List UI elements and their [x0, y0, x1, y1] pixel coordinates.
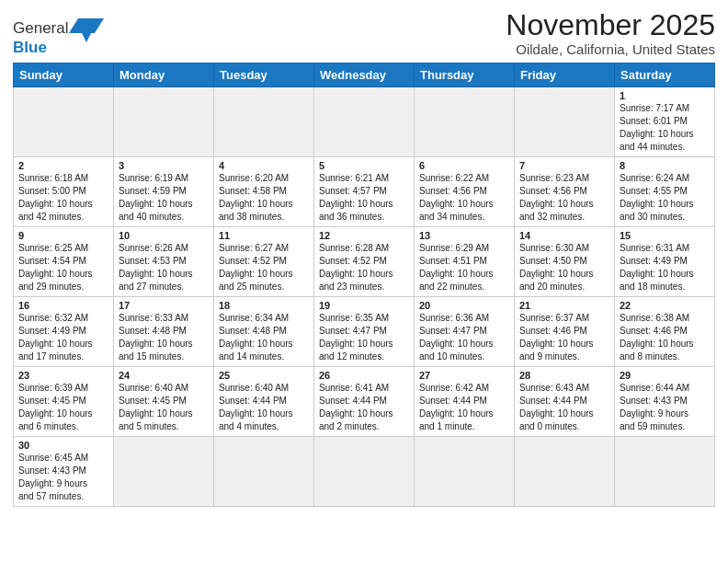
logo-icon [69, 15, 104, 42]
day-number: 16 [18, 300, 108, 311]
calendar-cell: 22Sunrise: 6:38 AM Sunset: 4:46 PM Dayli… [615, 297, 715, 367]
calendar-cell: 29Sunrise: 6:44 AM Sunset: 4:43 PM Dayli… [615, 367, 715, 437]
day-number: 14 [519, 230, 609, 241]
calendar-cell: 21Sunrise: 6:37 AM Sunset: 4:46 PM Dayli… [515, 297, 615, 367]
title-block: November 2025 Oildale, California, Unite… [506, 9, 715, 57]
calendar-cell: 10Sunrise: 6:26 AM Sunset: 4:53 PM Dayli… [114, 227, 214, 297]
calendar-cell: 7Sunrise: 6:23 AM Sunset: 4:56 PM Daylig… [515, 157, 615, 227]
day-number: 19 [319, 300, 409, 311]
day-info: Sunrise: 6:42 AM Sunset: 4:44 PM Dayligh… [419, 382, 509, 433]
calendar-cell [114, 437, 214, 507]
calendar-cell: 12Sunrise: 6:28 AM Sunset: 4:52 PM Dayli… [314, 227, 415, 297]
day-info: Sunrise: 6:34 AM Sunset: 4:48 PM Dayligh… [219, 312, 309, 363]
day-number: 15 [620, 230, 710, 241]
calendar-week-3: 16Sunrise: 6:32 AM Sunset: 4:49 PM Dayli… [14, 297, 715, 367]
day-number: 6 [419, 160, 509, 171]
header-saturday: Saturday [615, 63, 715, 87]
calendar-cell: 3Sunrise: 6:19 AM Sunset: 4:59 PM Daylig… [114, 157, 214, 227]
day-info: Sunrise: 6:33 AM Sunset: 4:48 PM Dayligh… [119, 312, 209, 363]
calendar-week-1: 2Sunrise: 6:18 AM Sunset: 5:00 PM Daylig… [14, 157, 715, 227]
calendar-week-5: 30Sunrise: 6:45 AM Sunset: 4:43 PM Dayli… [14, 437, 715, 507]
day-number: 12 [319, 230, 409, 241]
day-info: Sunrise: 6:24 AM Sunset: 4:55 PM Dayligh… [620, 172, 710, 224]
calendar-cell [214, 437, 314, 507]
calendar-cell: 11Sunrise: 6:27 AM Sunset: 4:52 PM Dayli… [214, 227, 314, 297]
day-number: 21 [519, 300, 609, 311]
day-info: Sunrise: 6:38 AM Sunset: 4:46 PM Dayligh… [620, 312, 710, 363]
logo: General Blue [13, 15, 104, 57]
calendar-subtitle: Oildale, California, United States [506, 41, 715, 57]
day-number: 1 [620, 90, 710, 101]
day-number: 9 [18, 230, 108, 241]
calendar-cell: 8Sunrise: 6:24 AM Sunset: 4:55 PM Daylig… [615, 157, 715, 227]
day-info: Sunrise: 6:19 AM Sunset: 4:59 PM Dayligh… [119, 172, 209, 224]
calendar-cell [615, 437, 715, 507]
logo-blue-text: Blue [13, 39, 47, 57]
calendar-cell: 15Sunrise: 6:31 AM Sunset: 4:49 PM Dayli… [615, 227, 715, 297]
calendar-cell [415, 437, 515, 507]
calendar-week-2: 9Sunrise: 6:25 AM Sunset: 4:54 PM Daylig… [14, 227, 715, 297]
calendar-cell: 4Sunrise: 6:20 AM Sunset: 4:58 PM Daylig… [214, 157, 314, 227]
day-number: 20 [419, 300, 509, 311]
day-number: 26 [319, 370, 409, 381]
calendar-table: Sunday Monday Tuesday Wednesday Thursday… [13, 63, 715, 507]
day-info: Sunrise: 6:35 AM Sunset: 4:47 PM Dayligh… [319, 312, 409, 363]
calendar-cell: 1Sunrise: 7:17 AM Sunset: 6:01 PM Daylig… [615, 87, 715, 157]
day-info: Sunrise: 6:29 AM Sunset: 4:51 PM Dayligh… [419, 242, 509, 293]
day-info: Sunrise: 6:40 AM Sunset: 4:45 PM Dayligh… [119, 382, 209, 433]
header-friday: Friday [515, 63, 615, 87]
day-info: Sunrise: 7:17 AM Sunset: 6:01 PM Dayligh… [620, 102, 710, 154]
calendar-cell: 9Sunrise: 6:25 AM Sunset: 4:54 PM Daylig… [14, 227, 114, 297]
day-number: 13 [419, 230, 509, 241]
day-info: Sunrise: 6:22 AM Sunset: 4:56 PM Dayligh… [419, 172, 509, 224]
calendar-cell: 24Sunrise: 6:40 AM Sunset: 4:45 PM Dayli… [114, 367, 214, 437]
header-monday: Monday [114, 63, 214, 87]
day-info: Sunrise: 6:31 AM Sunset: 4:49 PM Dayligh… [620, 242, 710, 293]
day-number: 5 [319, 160, 409, 171]
day-info: Sunrise: 6:21 AM Sunset: 4:57 PM Dayligh… [319, 172, 409, 224]
day-number: 29 [620, 370, 710, 381]
header-thursday: Thursday [415, 63, 515, 87]
header-wednesday: Wednesday [314, 63, 415, 87]
day-info: Sunrise: 6:37 AM Sunset: 4:46 PM Dayligh… [519, 312, 609, 363]
day-info: Sunrise: 6:32 AM Sunset: 4:49 PM Dayligh… [18, 312, 108, 363]
day-number: 23 [18, 370, 108, 381]
calendar-cell: 19Sunrise: 6:35 AM Sunset: 4:47 PM Dayli… [314, 297, 415, 367]
header-tuesday: Tuesday [214, 63, 314, 87]
calendar-cell [14, 87, 114, 157]
day-number: 8 [620, 160, 710, 171]
day-info: Sunrise: 6:36 AM Sunset: 4:47 PM Dayligh… [419, 312, 509, 363]
day-number: 30 [18, 440, 108, 451]
day-info: Sunrise: 6:23 AM Sunset: 4:56 PM Dayligh… [519, 172, 609, 224]
header: General Blue November 2025 Oildale, Cali… [13, 9, 715, 57]
day-info: Sunrise: 6:20 AM Sunset: 4:58 PM Dayligh… [219, 172, 309, 224]
calendar-title: November 2025 [506, 9, 715, 41]
day-number: 24 [119, 370, 209, 381]
page: General Blue November 2025 Oildale, Cali… [0, 0, 728, 563]
calendar-cell: 23Sunrise: 6:39 AM Sunset: 4:45 PM Dayli… [14, 367, 114, 437]
day-info: Sunrise: 6:39 AM Sunset: 4:45 PM Dayligh… [18, 382, 108, 433]
day-number: 7 [519, 160, 609, 171]
calendar-cell [314, 437, 415, 507]
calendar-cell: 17Sunrise: 6:33 AM Sunset: 4:48 PM Dayli… [114, 297, 214, 367]
calendar-cell [214, 87, 314, 157]
calendar-cell: 26Sunrise: 6:41 AM Sunset: 4:44 PM Dayli… [314, 367, 415, 437]
calendar-cell: 13Sunrise: 6:29 AM Sunset: 4:51 PM Dayli… [415, 227, 515, 297]
calendar-cell: 14Sunrise: 6:30 AM Sunset: 4:50 PM Dayli… [515, 227, 615, 297]
day-number: 4 [219, 160, 309, 171]
calendar-cell: 16Sunrise: 6:32 AM Sunset: 4:49 PM Dayli… [14, 297, 114, 367]
day-info: Sunrise: 6:40 AM Sunset: 4:44 PM Dayligh… [219, 382, 309, 433]
day-info: Sunrise: 6:41 AM Sunset: 4:44 PM Dayligh… [319, 382, 409, 433]
calendar-week-4: 23Sunrise: 6:39 AM Sunset: 4:45 PM Dayli… [14, 367, 715, 437]
calendar-week-0: 1Sunrise: 7:17 AM Sunset: 6:01 PM Daylig… [14, 87, 715, 157]
day-number: 17 [119, 300, 209, 311]
day-info: Sunrise: 6:30 AM Sunset: 4:50 PM Dayligh… [519, 242, 609, 293]
logo-general-text: General [13, 19, 68, 38]
day-info: Sunrise: 6:44 AM Sunset: 4:43 PM Dayligh… [620, 382, 710, 433]
day-info: Sunrise: 6:28 AM Sunset: 4:52 PM Dayligh… [319, 242, 409, 293]
calendar-cell: 28Sunrise: 6:43 AM Sunset: 4:44 PM Dayli… [515, 367, 615, 437]
day-number: 10 [119, 230, 209, 241]
weekday-header-row: Sunday Monday Tuesday Wednesday Thursday… [14, 63, 715, 87]
calendar-cell [515, 437, 615, 507]
calendar-cell [515, 87, 615, 157]
